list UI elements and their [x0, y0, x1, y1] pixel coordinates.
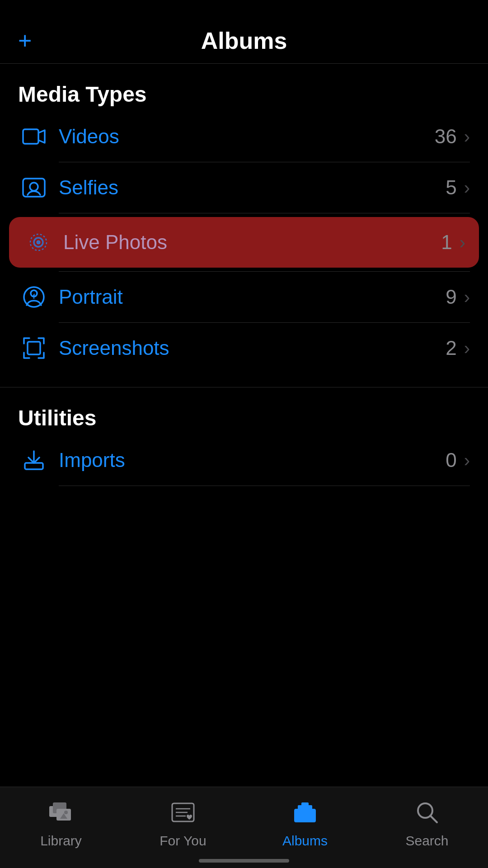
videos-label: Videos — [59, 125, 435, 148]
content-area: Media Types Videos 36 › Selfies 5 › — [0, 64, 488, 567]
search-tab-icon — [411, 796, 443, 829]
selfies-icon — [18, 175, 50, 200]
svg-rect-0 — [23, 129, 38, 144]
videos-count: 36 — [435, 125, 457, 148]
live-photos-chevron: › — [460, 232, 465, 253]
divider-imports — [59, 486, 470, 486]
svg-rect-1 — [23, 179, 45, 197]
add-button[interactable]: + — [18, 27, 32, 54]
search-tab-label: Search — [405, 833, 448, 849]
portrait-count: 9 — [446, 286, 456, 308]
live-photos-count: 1 — [441, 231, 452, 254]
svg-point-2 — [30, 183, 38, 191]
tab-library[interactable]: Library — [16, 796, 106, 849]
selfies-count: 5 — [446, 176, 456, 199]
tab-albums[interactable]: Albums — [260, 796, 350, 849]
for-you-tab-label: For You — [160, 833, 206, 849]
media-types-heading: Media Types — [0, 64, 488, 111]
imports-label: Imports — [59, 449, 446, 472]
svg-text:f: f — [33, 293, 35, 300]
albums-tab-icon — [289, 796, 321, 829]
list-item-live-photos[interactable]: Live Photos 1 › — [9, 217, 479, 268]
tab-for-you[interactable]: For You — [138, 796, 228, 849]
screenshots-chevron: › — [464, 338, 470, 359]
list-item-videos[interactable]: Videos 36 › — [0, 111, 488, 162]
library-tab-label: Library — [40, 833, 82, 849]
selfies-chevron: › — [464, 178, 470, 198]
svg-point-14 — [64, 811, 68, 814]
imports-count: 0 — [446, 449, 456, 472]
videos-chevron: › — [464, 127, 470, 147]
tab-bar: Library For You Albums — [0, 787, 488, 868]
portrait-icon: f — [18, 284, 50, 310]
imports-chevron: › — [464, 450, 470, 471]
home-indicator — [199, 859, 289, 863]
list-item-selfies[interactable]: Selfies 5 › — [0, 162, 488, 213]
video-icon — [18, 124, 50, 149]
for-you-tab-icon — [167, 796, 199, 829]
list-item-screenshots[interactable]: Screenshots 2 › — [0, 323, 488, 373]
svg-rect-19 — [294, 809, 316, 822]
svg-line-23 — [430, 816, 437, 822]
svg-rect-9 — [28, 342, 40, 354]
header: + Albums — [0, 0, 488, 63]
screenshots-count: 2 — [446, 337, 456, 359]
list-item-portrait[interactable]: f Portrait 9 › — [0, 272, 488, 322]
tab-search[interactable]: Search — [382, 796, 472, 849]
albums-tab-label: Albums — [282, 833, 328, 849]
live-photos-label: Live Photos — [63, 231, 441, 254]
portrait-chevron: › — [464, 287, 470, 307]
svg-rect-10 — [25, 463, 43, 469]
utilities-heading: Utilities — [0, 387, 488, 435]
screenshots-icon — [18, 335, 50, 361]
selfies-label: Selfies — [59, 176, 446, 199]
library-tab-icon — [45, 796, 77, 829]
divider-selfies — [59, 213, 470, 213]
portrait-label: Portrait — [59, 286, 446, 308]
page-title: Albums — [201, 27, 287, 54]
list-item-imports[interactable]: Imports 0 › — [0, 435, 488, 486]
svg-point-5 — [37, 241, 40, 244]
imports-icon — [18, 448, 50, 473]
svg-rect-21 — [301, 802, 309, 806]
live-photos-icon — [23, 230, 54, 255]
screenshots-label: Screenshots — [59, 337, 446, 359]
